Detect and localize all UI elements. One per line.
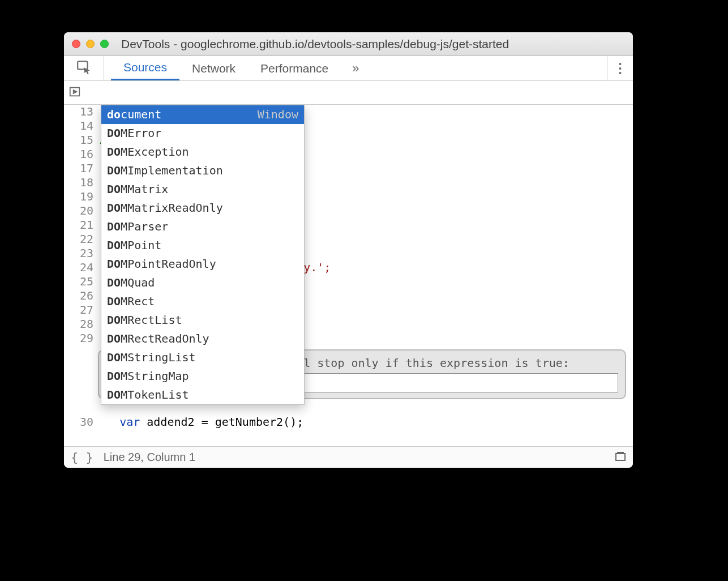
tab-sources[interactable]: Sources [111,56,179,80]
autocomplete-item[interactable]: DOMRectList [101,311,304,330]
status-bar: { } Line 29, Column 1 [64,446,633,468]
pretty-print-button[interactable]: { } [71,450,93,464]
tab-performance[interactable]: Performance [248,56,341,80]
devtools-window: DevTools - googlechrome.github.io/devtoo… [64,32,633,468]
inspect-icon [76,59,91,77]
hidden-tab-edge [104,56,111,80]
autocomplete-item[interactable]: DOMRectReadOnly [101,330,304,348]
autocomplete-item[interactable]: DOMError [101,124,304,143]
coverage-button[interactable] [615,450,626,464]
sources-toolbar [64,81,633,105]
tabs-overflow-button[interactable]: » [341,56,370,80]
autocomplete-item[interactable]: documentWindow [101,105,304,124]
titlebar: DevTools - googlechrome.github.io/devtoo… [64,32,633,56]
autocomplete-item[interactable]: DOMStringList [101,348,304,367]
minimize-icon[interactable] [86,40,95,48]
settings-menu-button[interactable] [607,56,633,80]
code-editor[interactable]: 13141516 17181920 21222324 25262728 29 n… [64,105,633,446]
code-line-30: 30 var addend2 = getNumber2(); [64,415,633,429]
autocomplete-item[interactable]: DOMTokenList [101,386,304,404]
resume-button[interactable] [68,86,81,100]
svg-rect-5 [616,454,625,460]
close-icon[interactable] [72,40,80,48]
autocomplete-item[interactable]: DOMPointReadOnly [101,255,304,274]
cursor-position: Line 29, Column 1 [104,451,195,464]
tab-bar: Sources Network Performance » [64,56,633,81]
autocomplete-popup[interactable]: documentWindowDOMErrorDOMExceptionDOMImp… [101,105,305,405]
window-title: DevTools - googlechrome.github.io/devtoo… [121,37,625,51]
autocomplete-item[interactable]: DOMException [101,143,304,161]
svg-rect-0 [78,61,87,69]
svg-point-3 [619,72,622,74]
autocomplete-item[interactable]: DOMRect [101,292,304,311]
autocomplete-item[interactable]: DOMImplementation [101,161,304,180]
autocomplete-item[interactable]: DOMQuad [101,274,304,292]
autocomplete-item[interactable]: DOMMatrixReadOnly [101,199,304,217]
line-number-30[interactable]: 30 [64,415,99,429]
svg-point-1 [619,63,622,65]
inspect-button[interactable] [64,56,104,80]
traffic-lights [72,40,109,48]
svg-point-2 [619,67,622,70]
kebab-icon [619,62,622,75]
autocomplete-item[interactable]: DOMMatrix [101,180,304,199]
autocomplete-item[interactable]: DOMPoint [101,236,304,255]
line-gutter[interactable]: 13141516 17181920 21222324 25262728 29 [64,105,99,446]
autocomplete-hint: Window [258,108,298,122]
maximize-icon[interactable] [100,40,109,48]
autocomplete-item[interactable]: DOMParser [101,217,304,236]
tab-network[interactable]: Network [179,56,248,80]
autocomplete-item[interactable]: DOMStringMap [101,367,304,386]
